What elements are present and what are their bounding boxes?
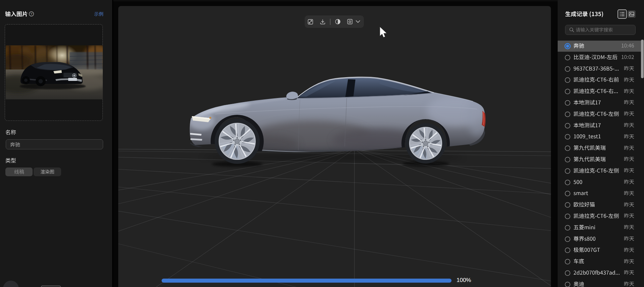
svg-text:?: ? [31,12,32,16]
